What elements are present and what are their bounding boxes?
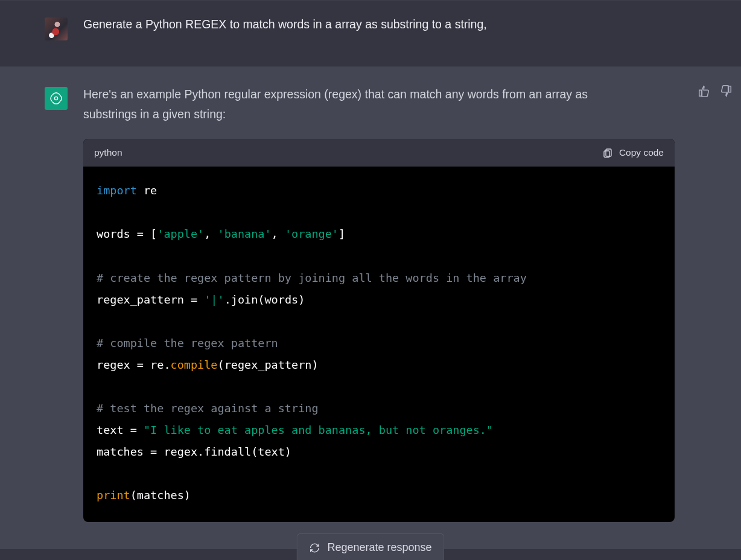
assistant-message-text: Here's an example Python regular express… (83, 84, 687, 124)
user-message-row: Generate a Python REGEX to match words i… (0, 0, 741, 66)
svg-rect-1 (606, 149, 611, 156)
clipboard-icon (602, 147, 613, 158)
copy-code-label: Copy code (619, 147, 664, 158)
code-block: python Copy code import re words = ['app… (83, 139, 675, 522)
feedback-buttons (698, 84, 733, 98)
user-avatar (45, 18, 68, 40)
code-language-label: python (94, 147, 122, 158)
user-message-text: Generate a Python REGEX to match words i… (83, 15, 687, 33)
openai-logo-icon (48, 91, 64, 106)
assistant-avatar (45, 87, 68, 110)
thumbs-up-icon[interactable] (698, 84, 711, 98)
assistant-message-row: Here's an example Python regular express… (0, 66, 741, 549)
code-content: import re words = ['apple', 'banana', 'o… (83, 167, 675, 522)
refresh-icon (309, 542, 320, 553)
copy-code-button[interactable]: Copy code (602, 147, 664, 158)
thumbs-down-icon[interactable] (719, 84, 733, 98)
code-block-header: python Copy code (83, 139, 675, 167)
regenerate-button[interactable]: Regenerate response (296, 533, 444, 560)
svg-point-0 (54, 97, 57, 100)
regenerate-label: Regenerate response (327, 541, 431, 554)
